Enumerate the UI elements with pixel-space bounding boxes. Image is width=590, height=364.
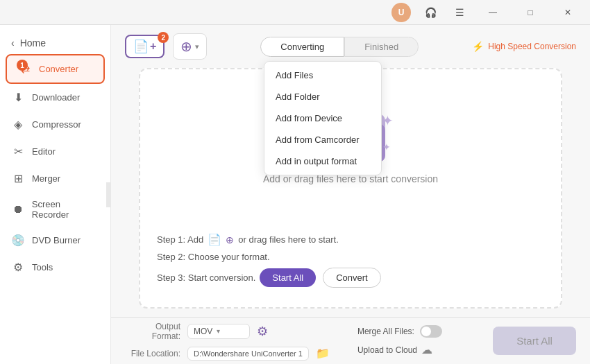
high-speed-label: ⚡ High Speed Conversion [472,41,576,52]
editor-icon: ✂ [11,145,25,158]
bottom-bar: Output Format: MOV ▾ ⚙ File Location: D:… [111,317,590,364]
bottom-fields: Output Format: MOV ▾ ⚙ File Location: D:… [125,322,330,361]
cloud-icon[interactable]: ☁ [421,343,432,356]
editor-label: Editor [32,146,56,157]
sidebar-item-merger[interactable]: ⊞ Merger [0,165,110,192]
file-location-label: File Location: [125,349,180,358]
add-format-button[interactable]: ⊕ ▾ [173,33,207,60]
dvd-burner-label: DVD Burner [32,235,81,245]
sidebar-item-downloader[interactable]: ⬇ Downloader [0,84,110,111]
minimize-button[interactable]: — [479,2,507,23]
tools-label: Tools [32,262,53,272]
sidebar-item-screen-recorder[interactable]: ⏺ Screen Recorder [0,192,110,227]
upload-cloud-field: Upload to Cloud ☁ [357,343,442,356]
close-button[interactable]: ✕ [554,2,582,23]
sidebar-item-tools[interactable]: ⚙ Tools [0,254,110,281]
dropdown-add-device[interactable]: Add from Device [264,107,381,129]
chevron-down-icon: ▾ [195,42,199,51]
tools-icon: ⚙ [11,261,25,274]
app-body: ‹ Home ⇄ Converter 1 ⬇ Downloader ◈ Comp… [0,25,590,364]
file-location-field: File Location: D:\Wondershare UniConvert… [125,347,330,361]
format-value: MOV [194,327,212,336]
dropdown-add-folder[interactable]: Add Folder [264,86,381,107]
merge-files-label: Merge All Files: [357,327,414,336]
sparkle-tr: ✦ [382,112,394,129]
add-files-icon: 📄 [133,40,149,53]
back-icon: ‹ [11,37,15,49]
tab-finished[interactable]: Finished [344,37,419,57]
dropdown-add-camcorder[interactable]: Add from Camcorder [264,129,381,150]
add-badge: 2 [158,32,169,43]
titlebar-icons: U 🎧 ☰ — □ ✕ [391,2,582,23]
home-label: Home [20,37,46,49]
menu-icon[interactable]: ☰ [450,3,469,22]
format-arrow-icon: ▾ [217,327,220,335]
step-1: Step 1: Add 📄 ⊕ or drag files here to st… [157,233,544,246]
step-start-all-button[interactable]: Start All [260,268,316,287]
sidebar-item-converter[interactable]: ⇄ Converter 1 [6,54,105,84]
merge-files-field: Merge All Files: [357,325,442,338]
sidebar-item-dvd-burner[interactable]: 💿 DVD Burner [0,227,110,254]
add-files-wrapper: 📄 + 2 [125,35,165,58]
settings-icon[interactable]: ⚙ [257,324,268,339]
avatar: U [391,3,411,22]
file-location-value[interactable]: D:\Wondershare UniConverter 1 [187,347,309,361]
toggle-knob [421,327,431,336]
tab-converting[interactable]: Converting [260,37,344,57]
downloader-label: Downloader [32,92,80,103]
folder-open-icon[interactable]: 📁 [316,347,330,360]
converter-badge: 1 [17,60,28,71]
sidebar-item-editor[interactable]: ✂ Editor [0,138,110,165]
step-convert-button[interactable]: Convert [323,268,381,288]
headphone-icon[interactable]: 🎧 [421,3,440,22]
tab-bar: Converting Finished [215,37,464,57]
downloader-icon: ⬇ [11,91,25,104]
dropdown-menu: Add Files Add Folder Add from Device Add… [264,61,382,175]
titlebar: U 🎧 ☰ — □ ✕ [0,0,590,25]
compressor-label: Compressor [32,119,81,130]
upload-cloud-label: Upload to Cloud [357,345,417,355]
sidebar-item-compressor[interactable]: ◈ Compressor [0,111,110,138]
merger-icon: ⊞ [11,172,25,185]
step1-file-icon: 📄 [208,233,221,246]
dropdown-add-output[interactable]: Add in output format [264,150,381,172]
add-format-icon: ⊕ [180,38,192,55]
step-buttons: Start All Convert [260,268,380,288]
merge-files-toggle[interactable] [420,325,442,338]
steps-section: Step 1: Add 📄 ⊕ or drag files here to st… [139,222,562,309]
bottom-right-fields: Merge All Files: Upload to Cloud ☁ [357,325,442,356]
sparkle-br: ✦ [382,141,391,153]
sidebar-item-home[interactable]: ‹ Home [0,32,110,54]
step-2: Step 2: Choose your format. [157,252,544,262]
screen-recorder-label: Screen Recorder [32,199,99,220]
main-content: 📄 + 2 ⊕ ▾ Converting Finished [111,25,590,364]
step1-format-icon: ⊕ [226,234,234,245]
merger-label: Merger [32,173,60,184]
format-select[interactable]: MOV ▾ [187,324,250,339]
lightning-icon: ⚡ [472,41,484,52]
plus-icon: + [150,40,156,53]
sidebar: ‹ Home ⇄ Converter 1 ⬇ Downloader ◈ Comp… [0,25,111,364]
start-all-bottom-button: Start All [493,327,576,355]
maximize-button[interactable]: □ [516,2,544,23]
output-format-field: Output Format: MOV ▾ ⚙ [125,322,330,341]
output-format-label: Output Format: [125,322,180,341]
screen-recorder-icon: ⏺ [11,203,25,216]
bottom-actions: Start All [493,327,576,355]
step-3: Step 3: Start conversion. Start All Conv… [157,268,544,288]
dropdown-add-files[interactable]: Add Files [264,64,381,86]
converter-label: Converter [39,64,78,74]
compressor-icon: ◈ [11,118,25,131]
dvd-burner-icon: 💿 [11,234,25,247]
